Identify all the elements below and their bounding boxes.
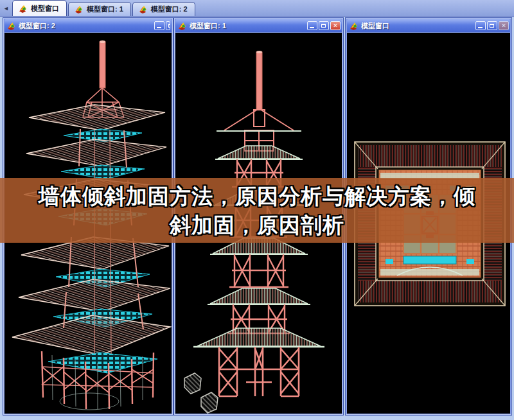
minimize-button[interactable] — [475, 21, 486, 30]
window-title: 模型窗口 — [361, 21, 473, 31]
caption-line-1: 墙体倾斜加固方法，原因分析与解决方案，倾 — [39, 182, 475, 211]
minimize-button[interactable] — [307, 21, 317, 30]
caption-line-2: 斜加固，原因剖析 — [170, 211, 344, 240]
maximize-button[interactable] — [166, 21, 170, 30]
window-title: 模型窗口: 1 — [190, 21, 305, 31]
tab-model-window-2[interactable]: 模型窗口: 2 — [132, 2, 195, 16]
tab-model-window-1[interactable]: 模型窗口: 1 — [68, 2, 131, 16]
model-window-icon — [6, 22, 16, 30]
maximize-button[interactable] — [487, 21, 497, 30]
maximize-button[interactable] — [319, 21, 329, 30]
model-window-tabbar: ◄ 模型窗口 模型窗口: 1 — [0, 0, 514, 17]
model-window-icon — [74, 5, 84, 13]
close-button[interactable]: ✕ — [499, 21, 509, 30]
model-window-1-titlebar[interactable]: 模型窗口: 1 ✕ — [175, 19, 342, 32]
tab-label: 模型窗口: 2 — [151, 4, 188, 14]
tab-scroll-left-button[interactable]: ◄ — [2, 3, 10, 13]
model-window-icon — [349, 22, 359, 30]
model-window-icon — [177, 22, 187, 30]
close-button[interactable]: ✕ — [330, 21, 341, 30]
application-window: ◄ 模型窗口 模型窗口: 1 — [0, 0, 514, 420]
model-window-icon — [18, 4, 28, 13]
caption-banner: 墙体倾斜加固方法，原因分析与解决方案，倾 斜加固，原因剖析 — [0, 178, 514, 243]
minimize-button[interactable] — [154, 21, 164, 30]
tab-label: 模型窗口: 1 — [87, 4, 123, 14]
tab-label: 模型窗口 — [31, 4, 59, 13]
tab-model-window[interactable]: 模型窗口 — [12, 0, 67, 16]
model-window-icon — [138, 5, 148, 13]
model-window-2-titlebar[interactable]: 模型窗口: 2 — [4, 19, 172, 32]
window-title: 模型窗口: 2 — [19, 21, 152, 31]
model-window-titlebar[interactable]: 模型窗口 ✕ — [347, 19, 510, 32]
